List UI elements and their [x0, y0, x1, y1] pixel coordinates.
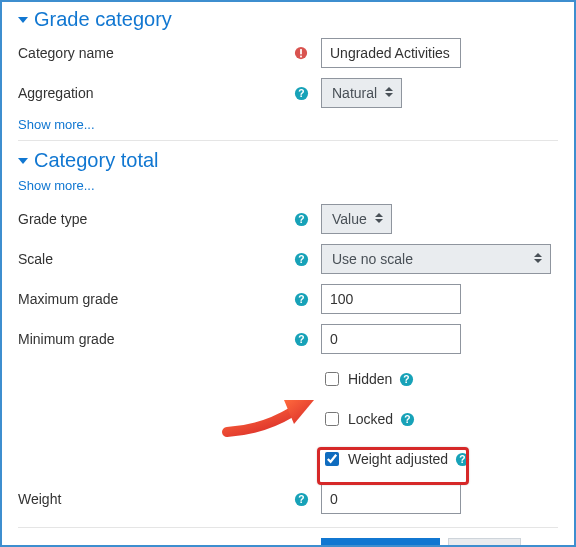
svg-rect-2 [300, 49, 302, 54]
grade-type-select[interactable]: Value [321, 204, 392, 234]
scale-value: Use no scale [332, 251, 413, 267]
svg-text:?: ? [298, 294, 304, 305]
category-name-input[interactable] [321, 38, 461, 68]
cancel-button[interactable]: Cancel [448, 538, 522, 547]
svg-text:?: ? [298, 254, 304, 265]
section-category-total: Category total Show more... Grade type ?… [18, 143, 558, 519]
row-grade-type: Grade type ? Value [18, 199, 558, 239]
caret-down-icon [18, 15, 28, 25]
svg-text:?: ? [403, 374, 409, 385]
form-actions: Save changes Cancel [18, 527, 558, 547]
help-icon[interactable]: ? [293, 251, 309, 267]
locked-checkbox[interactable] [325, 412, 339, 426]
svg-marker-12 [375, 219, 383, 223]
label-min-grade: Minimum grade [18, 331, 114, 347]
row-locked: Locked ? [18, 399, 558, 439]
weight-adjusted-checkbox[interactable] [325, 452, 339, 466]
row-weight: Weight ? [18, 479, 558, 519]
svg-text:?: ? [459, 454, 465, 465]
label-aggregation: Aggregation [18, 85, 94, 101]
label-hidden: Hidden [348, 371, 392, 387]
help-icon[interactable]: ? [293, 211, 309, 227]
label-max-grade: Maximum grade [18, 291, 118, 307]
section-title-category-total: Category total [34, 147, 159, 174]
weight-input[interactable] [321, 484, 461, 514]
min-grade-input[interactable] [321, 324, 461, 354]
svg-marker-15 [534, 253, 542, 257]
grade-type-value: Value [332, 211, 367, 227]
show-more-link-grade-category[interactable]: Show more... [18, 113, 95, 138]
label-scale: Scale [18, 251, 53, 267]
svg-marker-0 [18, 17, 28, 23]
label-weight-adjusted: Weight adjusted [348, 451, 448, 467]
help-icon[interactable]: ? [398, 371, 414, 387]
row-aggregation: Aggregation ? Natural [18, 73, 558, 113]
label-weight: Weight [18, 491, 61, 507]
required-icon [293, 45, 309, 61]
svg-marker-7 [385, 93, 393, 97]
section-title-grade-category: Grade category [34, 6, 172, 33]
svg-marker-6 [385, 87, 393, 91]
svg-text:?: ? [404, 414, 410, 425]
help-icon[interactable]: ? [293, 491, 309, 507]
help-icon[interactable]: ? [293, 85, 309, 101]
row-scale: Scale ? Use no scale [18, 239, 558, 279]
help-icon[interactable]: ? [454, 451, 470, 467]
svg-text:?: ? [298, 88, 304, 99]
help-icon[interactable]: ? [293, 331, 309, 347]
aggregation-value: Natural [332, 85, 377, 101]
svg-text:?: ? [298, 494, 304, 505]
svg-text:?: ? [298, 334, 304, 345]
divider [18, 140, 558, 141]
row-hidden: Hidden ? [18, 359, 558, 399]
label-category-name: Category name [18, 45, 114, 61]
row-category-name: Category name [18, 33, 558, 73]
help-icon[interactable]: ? [293, 291, 309, 307]
caret-down-icon [18, 156, 28, 166]
svg-marker-11 [375, 213, 383, 217]
max-grade-input[interactable] [321, 284, 461, 314]
show-more-link-category-total[interactable]: Show more... [18, 174, 95, 199]
aggregation-select[interactable]: Natural [321, 78, 402, 108]
svg-rect-3 [300, 56, 302, 58]
row-min-grade: Minimum grade ? [18, 319, 558, 359]
row-max-grade: Maximum grade ? [18, 279, 558, 319]
section-grade-category: Grade category Category name Aggregation… [18, 2, 558, 138]
chevron-updown-icon [385, 86, 393, 100]
row-weight-adjusted: Weight adjusted ? [18, 439, 558, 479]
settings-form: Grade category Category name Aggregation… [0, 0, 576, 547]
scale-select[interactable]: Use no scale [321, 244, 551, 274]
section-toggle-grade-category[interactable]: Grade category [18, 6, 558, 33]
label-grade-type: Grade type [18, 211, 87, 227]
svg-marker-8 [18, 158, 28, 164]
help-icon[interactable]: ? [399, 411, 415, 427]
section-toggle-category-total[interactable]: Category total [18, 147, 558, 174]
hidden-checkbox[interactable] [325, 372, 339, 386]
svg-text:?: ? [298, 214, 304, 225]
chevron-updown-icon [534, 252, 542, 266]
save-button[interactable]: Save changes [321, 538, 440, 547]
svg-marker-16 [534, 259, 542, 263]
label-locked: Locked [348, 411, 393, 427]
chevron-updown-icon [375, 212, 383, 226]
